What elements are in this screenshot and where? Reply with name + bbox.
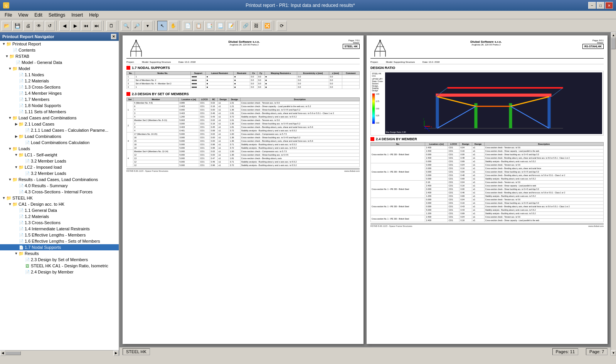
minimize-button[interactable]: −: [588, 2, 596, 9]
tree-lc[interactable]: ▶ 📁 2.1 Load Cases: [0, 121, 119, 127]
doc-icon-effm: 📄: [19, 232, 24, 238]
tree-cross-sections[interactable]: 📄 1.3 Cross-Sections: [0, 84, 119, 90]
menu-help[interactable]: Help: [86, 12, 102, 18]
navigator-close-button[interactable]: ✕: [111, 34, 116, 39]
folder-icon-loads: 📁: [12, 146, 18, 151]
copy1-button[interactable]: 📄: [183, 21, 193, 31]
link2-button[interactable]: ⛓: [251, 21, 261, 31]
scroll-down-button[interactable]: ▼: [611, 350, 616, 356]
page1-design-set-table: Set Member Location x [m] LC/CO RC Desig…: [126, 97, 360, 167]
page2-dr-title: DESIGN RATIO: [370, 66, 604, 70]
nav-scroll-left[interactable]: ◀: [0, 351, 5, 356]
restore-button[interactable]: □: [597, 2, 604, 9]
tree-root[interactable]: ▼ 📁 Printout Report: [0, 41, 119, 47]
scroll-thumb[interactable]: [611, 38, 616, 49]
table-row: 13 5.000 CO1 0.47 ≤1 1.81 Cross-section …: [127, 157, 360, 160]
print2-button[interactable]: 🗒: [106, 21, 116, 31]
tree-res-cs[interactable]: 📄 4.3 Cross-Sections - Internal Forces: [0, 189, 119, 195]
print-button[interactable]: 🖨: [23, 21, 33, 31]
scroll-track[interactable]: [611, 38, 616, 350]
tree-materials[interactable]: 📄 1.2 Materials: [0, 78, 119, 84]
tree-design-member[interactable]: 📄 2.4 Design by Member: [0, 269, 119, 275]
copy3-button[interactable]: 📑: [204, 21, 214, 31]
tree-lcomb-calc[interactable]: 📄 Load Combinations Calculation: [0, 139, 119, 146]
svg-text:x: x: [431, 126, 432, 128]
menu-insert[interactable]: Insert: [68, 12, 86, 18]
tree-lc-calc[interactable]: 📄 2.1.1 Load Cases - Calculation Parame.…: [0, 127, 119, 133]
tree-lc1[interactable]: ▼ 📁 LC1 - Self-weight: [0, 152, 119, 158]
menu-file[interactable]: File: [2, 12, 15, 18]
tree-rstab[interactable]: ▼ 📁 RSTAB: [0, 53, 119, 59]
refresh-button[interactable]: ↺: [45, 21, 55, 31]
tree-results-folder[interactable]: ▼ 📁 Results: [0, 250, 119, 257]
nav-hthumb[interactable]: [5, 351, 21, 355]
last-button[interactable]: ⏭: [92, 21, 102, 31]
zoom-out-button[interactable]: 🔎: [132, 21, 142, 31]
colorbar-container: 1.00 0.75 0.50 0.25 0.00: [372, 93, 384, 124]
tree-lc1-member[interactable]: 📄 3.2 Member Loads: [0, 158, 119, 164]
doc-icon-ns-sel: 📄: [19, 245, 24, 250]
tree-contents[interactable]: 📄 Contents: [0, 47, 119, 53]
page1-footer: RSTAB 8.06.1123 - Space Frame Structures…: [126, 169, 360, 172]
scroll-up-button[interactable]: ▲: [611, 32, 616, 38]
menu-edit[interactable]: View: [15, 12, 31, 18]
cursor-button[interactable]: ✋: [168, 21, 178, 31]
tree-nodal-supports-selected[interactable]: 📄 1.7 Nodal Supports: [0, 244, 119, 250]
tree-res-summary[interactable]: 📄 4.0 Results - Summary: [0, 183, 119, 189]
page2-colorbar-area: STEEL HK CA1 UPY66 UPY State: Cross-Sect…: [372, 72, 384, 134]
copy5-button[interactable]: 📝: [226, 21, 236, 31]
tree-ca1[interactable]: ▼ 📁 CA1 - Design acc. to HK: [0, 201, 119, 207]
copy2-button[interactable]: 📋: [194, 21, 204, 31]
tree-lcomb[interactable]: ▶ 📁 Load Combinations: [0, 133, 119, 139]
tree-lc2[interactable]: ▼ 📁 LC2 - Imposed load: [0, 164, 119, 170]
th-support: Support: [191, 72, 206, 75]
tree-lc2-member[interactable]: 📄 3.2 Member Loads: [0, 170, 119, 176]
copy4-button[interactable]: 📃: [215, 21, 225, 31]
tree-lcc[interactable]: ▼ 📁 Load Cases and Combinations: [0, 115, 119, 121]
tree-nodes[interactable]: 📄 1.1 Nodes: [0, 72, 119, 78]
tree-sets-members[interactable]: 📄 1.11 Sets of Members: [0, 109, 119, 115]
close-button[interactable]: ✕: [605, 2, 613, 9]
tree-arrow-rstab: ▼: [5, 54, 9, 59]
zoom-dropdown-button[interactable]: ▾: [143, 21, 153, 31]
navigator-tree[interactable]: ▼ 📁 Printout Report 📄 Contents ▼ 📁 RSTAB: [0, 41, 119, 350]
link3-button[interactable]: 🔀: [262, 21, 272, 31]
refresh2-button[interactable]: ⟳: [277, 21, 287, 31]
menu-view[interactable]: Edit: [31, 12, 45, 18]
zoom-in-button[interactable]: 🔍: [121, 21, 131, 31]
tree-results-lcc[interactable]: ▼ 📁 Results - Load Cases, Load Combinati…: [0, 176, 119, 183]
tree-members[interactable]: 📄 1.7 Members: [0, 96, 119, 102]
tree-ilr[interactable]: 📄 1.4 Intermediate Lateral Restraints: [0, 226, 119, 232]
menu-settings[interactable]: Settings: [45, 12, 68, 18]
table-row: 2 Set of Members No. 2 ■■■■ ■ ■ 0.0 0.0 …: [127, 79, 360, 82]
tree-model[interactable]: ▼ 📁 Model: [0, 65, 119, 72]
tree-loads[interactable]: ▼ 📁 Loads: [0, 146, 119, 152]
open-button[interactable]: 📂: [2, 21, 12, 31]
tree-design-set[interactable]: 📄 2.3 Design by Set of Members: [0, 257, 119, 263]
nav-hscroll[interactable]: ◀ ▶: [0, 350, 119, 356]
tree-eff-sets[interactable]: 📄 1.6 Effective Lengths - Sets of Member…: [0, 238, 119, 244]
tree-nodal-sup[interactable]: 📄 1.8 Nodal Supports: [0, 102, 119, 109]
tree-eff-mem[interactable]: 📄 1.5 Effective Lengths - Members: [0, 232, 119, 238]
doc-icon-ilr: 📄: [19, 226, 24, 231]
select-button[interactable]: ↖: [157, 21, 167, 31]
tree-gen-data[interactable]: 📄 1.1 General Data: [0, 207, 119, 213]
forward-button[interactable]: ▶: [70, 21, 80, 31]
tree-steelhk[interactable]: ▼ 📁 STEEL HK: [0, 195, 119, 201]
tree-ca1-mats[interactable]: 📄 1.2 Materials: [0, 213, 119, 220]
main-area: Printout Report Navigator ✕ ▼ 📁 Printout…: [0, 32, 616, 356]
table-row: 2 3.000 CO1 0.16 ≤1 1.35 Cross-section c…: [127, 122, 360, 126]
nav-scroll-right[interactable]: ▶: [113, 351, 119, 356]
link1-button[interactable]: 🔗: [241, 21, 251, 31]
page1-project-bar: Project: Model: Supporting Structure Dat…: [126, 60, 360, 64]
tree-design-ratio[interactable]: 🖼 STEEL HK CA1 - Design Ratio, Isometric: [0, 263, 119, 269]
tree-hinges[interactable]: 📄 1.4 Member Hinges: [0, 90, 119, 96]
back-button[interactable]: ◀: [59, 21, 69, 31]
tree-model-gen[interactable]: 📄 Model - General Data: [0, 59, 119, 65]
first-button[interactable]: ⏮: [81, 21, 91, 31]
save-button[interactable]: 💾: [12, 21, 22, 31]
tree-ca1-cs[interactable]: 📄 1.3 Cross-Sections: [0, 220, 119, 226]
right-scrollbar[interactable]: ▲ ▼: [611, 32, 616, 356]
page1-model: Model: Supporting Structure: [142, 61, 171, 63]
preview-button[interactable]: 👁: [34, 21, 44, 31]
